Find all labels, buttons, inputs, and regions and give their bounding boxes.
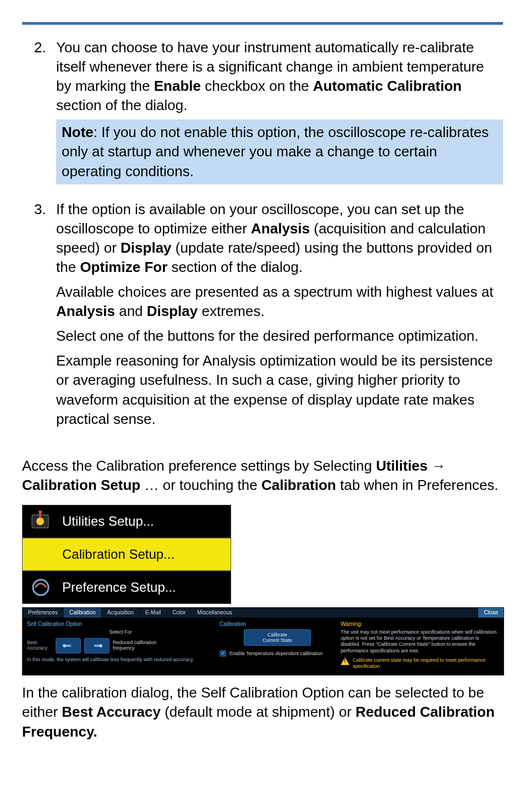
bold-display: Display [121,239,172,256]
step-3: 3. If the option is available on your os… [22,200,503,434]
step-number: 3. [22,200,56,219]
btn-line1: Calibrate [250,632,305,637]
bold-analysis: Analysis [251,220,310,237]
step-2: 2. You can choose to have your instrumen… [22,38,503,192]
step3-p2: Available choices are presented as a spe… [56,282,503,321]
t: section of the dialog. [167,259,303,275]
t: Available choices are presented as a spe… [56,284,493,300]
blank-icon [23,538,62,570]
header-rule [22,22,503,25]
preference-icon [23,571,62,603]
menu-label: Calibration Setup... [62,547,231,562]
warning-required-text: Calibrate current state may be required … [353,657,499,670]
tab-misc[interactable]: Miscellaneous [192,608,238,618]
access-paragraph: Access the Calibration preference settin… [22,456,503,495]
dialog-tabs: Preferences Calibration Acquisition E-Ma… [23,608,504,618]
t: and [115,303,147,319]
step3-p4: Example reasoning for Analysis optimizat… [56,351,503,428]
bold-display2: Display [147,303,198,319]
close-button[interactable]: Close [478,608,504,618]
menu-calibration-setup[interactable]: Calibration Setup... [22,538,231,571]
self-calibration-section: Self Calibration Option Select For Best … [27,621,214,670]
final-paragraph: In the calibration dialog, the Self Cali… [22,683,503,741]
reduced-cal-label: Reduced calibration frequency [113,640,168,651]
svg-point-1 [36,517,44,525]
menu-utilities-setup[interactable]: Utilities Setup... [22,505,231,538]
menu-label: Utilities Setup... [62,514,231,529]
optimize-slider: Best Accuracy Reduced calibration freque… [27,638,214,653]
tab-email[interactable]: E-Mail [140,608,167,618]
menu-label: Preference Setup... [62,580,231,595]
tab-acquisition[interactable]: Acquisition [102,608,140,618]
note-label: Note [62,124,94,140]
warning-row: Calibrate current state may be required … [341,657,499,670]
t: (default mode at shipment) or [161,704,356,720]
step2-bold-autocal: Automatic Calibration [313,78,462,94]
select-for-label: Select For [27,629,214,635]
note-box: Note: If you do not enable this option, … [56,119,503,184]
step3-p3: Select one of the buttons for the desire… [56,326,503,346]
calibration-dialog: Preferences Calibration Acquisition E-Ma… [22,607,504,676]
enable-temp-cal-row[interactable]: ✓ Enable Temperature dependent calibrati… [220,650,335,657]
section-title: Self Calibration Option [27,621,214,627]
step2-bold-enable: Enable [154,78,201,94]
step-number: 2. [22,38,56,57]
svg-point-8 [99,644,102,647]
svg-point-6 [63,644,66,647]
tab-color[interactable]: Color [167,608,192,618]
t: tab when in Preferences. [336,477,499,493]
bold-calibration-tab: Calibration [261,477,336,493]
warning-title: Warning: [341,621,499,627]
utilities-icon [23,505,62,537]
best-accuracy-label: Best Accuracy [27,640,52,651]
step-list: 2. You can choose to have your instrumen… [22,38,503,434]
warning-section: Warning: The unit may not meet performan… [341,621,499,670]
bold-analysis2: Analysis [56,303,115,319]
warning-text: The unit may not meet performance specif… [341,629,499,654]
checkbox-icon: ✓ [220,650,226,657]
bold-best-accuracy: Best Accuracy [62,704,161,720]
step2-text-c: section of the dialog. [56,97,188,113]
step2-text-b: checkbox on the [201,78,313,94]
calibration-actions-section: Calibration Calibrate Current State ✓ En… [220,621,335,670]
mode-description: In this mode, the system will calibrate … [27,657,214,662]
step-body: You can choose to have your instrument a… [56,38,503,192]
tab-calibration[interactable]: Calibration [64,608,102,618]
menu-screenshot: Utilities Setup... Calibration Setup... … [22,505,231,604]
slider-button-right[interactable] [84,638,110,653]
calibrate-current-state-button[interactable]: Calibrate Current State [244,629,311,646]
step-body: If the option is available on your oscil… [56,200,503,434]
tab-preferences[interactable]: Preferences [23,608,64,618]
warning-triangle-icon [341,657,349,665]
step3-p1: If the option is available on your oscil… [56,200,503,277]
svg-point-3 [39,510,42,514]
t: … or touching the [140,477,261,493]
checkbox-label: Enable Temperature dependent calibration [229,651,322,656]
t: Access the Calibration preference settin… [22,457,376,474]
slider-button-left[interactable] [56,638,81,653]
t: extremes. [198,303,264,319]
menu-preference-setup[interactable]: Preference Setup... [22,571,231,604]
section-title: Calibration [220,621,335,627]
bold-optimizefor: Optimize For [80,259,167,275]
btn-line2: Current State [250,637,305,643]
note-text: : If you do not enable this option, the … [62,124,489,179]
